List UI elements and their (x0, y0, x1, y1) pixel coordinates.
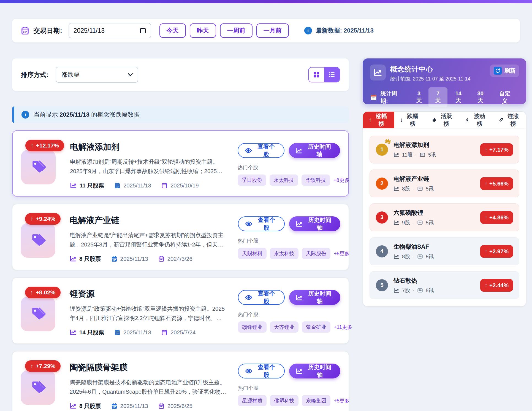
change-badge: ↑ +8.02% (25, 287, 61, 298)
chart-line-icon (393, 152, 399, 158)
info-icon: i (21, 111, 29, 119)
concept-title: 陶瓷隔膜骨架膜 (70, 362, 231, 373)
tab-volatility[interactable]: 波动榜 (459, 112, 492, 128)
rank-number: 3 (380, 214, 383, 221)
stats-center-range: 统计范围: 2025-11-07 至 2025-11-14 (390, 76, 470, 82)
more-stocks-link[interactable]: +5更多 (334, 250, 350, 257)
period-30d-button[interactable]: 30天 (469, 87, 492, 107)
view-stocks-button[interactable]: 查看个股 (238, 216, 285, 231)
concept-description: 电解液产业链是“产能出清尾声+需求复苏初期”的拐点型投资主题。2025年3月，新… (70, 230, 231, 249)
refresh-button[interactable]: 刷新 (490, 65, 519, 77)
list-view-button[interactable] (324, 68, 340, 82)
more-stocks-link[interactable]: +8更多 (333, 177, 349, 184)
sort-label: 排序方式: (21, 71, 48, 79)
view-stocks-button[interactable]: 查看个股 (238, 364, 285, 378)
view-stocks-label: 查看个股 (255, 216, 278, 232)
more-stocks-link[interactable]: +11更多 (334, 324, 352, 331)
tags-icon (30, 232, 46, 249)
quick-date-week-ago-button[interactable]: 一周前 (220, 23, 253, 38)
meta-separator: · (413, 186, 414, 192)
stock-chip[interactable]: 星源材质 (238, 395, 267, 406)
news-icon (417, 220, 423, 225)
rank-badge: 1 (376, 144, 388, 156)
period-14d-button[interactable]: 14天 (447, 87, 469, 107)
concept-title: 电解液产业链 (70, 215, 231, 226)
stock-chip[interactable]: 永太科技 (270, 248, 298, 259)
stock-chip[interactable]: 华软科技 (302, 174, 330, 186)
period-3d-button[interactable]: 3天 (409, 87, 428, 107)
chart-line-icon (70, 255, 77, 262)
view-stocks-label: 查看个股 (255, 290, 278, 305)
history-timeline-label: 历史时间轴 (306, 363, 334, 379)
concept-card-body: 锂资源 锂资源是“政策驱动+供给收缩”双重逻辑共振的投资主题。2025年4月，四… (70, 286, 231, 336)
concept-card: ↑ +9.24% 电解液产业链 电解液产业链是“产能出清尾声+需求复苏初期”的拐… (12, 204, 349, 270)
history-timeline-button[interactable]: 历史时间轴 (289, 143, 340, 158)
updated-date: 2025/11/13 (111, 256, 148, 262)
period-custom-button[interactable]: 自定义 (492, 87, 518, 107)
rank-badge: 5 (376, 279, 388, 291)
date-input-wrap[interactable] (69, 23, 151, 38)
rank-badge: 2 (376, 178, 388, 190)
stock-chip[interactable]: 天赐材料 (238, 248, 267, 259)
up-arrow-icon: ↑ (485, 180, 487, 187)
chart-line-icon (70, 402, 77, 409)
tab-losers[interactable]: ↓ 跌幅榜 (394, 112, 426, 128)
view-stocks-button[interactable]: 查看个股 (238, 290, 285, 305)
stock-chip[interactable]: 天齐锂业 (270, 321, 298, 333)
tab-streak[interactable]: 连涨榜 (492, 112, 526, 128)
ranking-item[interactable]: 3 六氟磷酸锂 9股 · 5讯 (370, 203, 519, 231)
stock-count-text: 8 只股票 (79, 402, 101, 410)
trade-date-input[interactable] (74, 27, 126, 34)
change-value: +7.29% (36, 363, 56, 369)
rank-stock-count: 8股 (402, 253, 410, 260)
stock-chip[interactable]: 紫金矿业 (302, 321, 330, 333)
ranking-item[interactable]: 2 电解液产业链 8股 · 5讯 (370, 170, 519, 197)
updated-date-text: 2025/11/13 (120, 256, 148, 262)
tab-gainers[interactable]: ↑ 涨幅榜 (363, 112, 394, 128)
tab-active[interactable]: 活跃榜 (426, 112, 459, 128)
more-stocks-link[interactable]: +5更多 (334, 397, 350, 404)
rank-badge: 3 (376, 211, 388, 224)
date-picker-icon[interactable] (140, 27, 146, 34)
history-timeline-label: 历史时间轴 (305, 143, 333, 158)
grid-icon (313, 71, 320, 78)
hot-stock-chips: 赣锋锂业 天齐锂业 紫金矿业 +11更多 (238, 321, 340, 333)
concept-thumbnail (21, 223, 55, 258)
up-arrow-icon: ↑ (30, 363, 33, 369)
rank-change-badge: ↑ +2.44% (480, 279, 513, 292)
history-timeline-button[interactable]: 历史时间轴 (289, 216, 340, 231)
ranking-item[interactable]: 5 钻石散热 7股 · 5讯 (370, 271, 519, 299)
quick-date-today-button[interactable]: 今天 (159, 23, 186, 38)
period-7d-button[interactable]: 7天 (428, 87, 447, 107)
stock-chip[interactable]: 东峰集团 (302, 395, 330, 406)
ranking-item[interactable]: 1 电解液添加剂 11股 · 5讯 (370, 136, 519, 163)
stock-chip[interactable]: 佛塑科技 (270, 395, 298, 406)
ranking-item[interactable]: 4 生物柴油SAF 8股 · 5讯 (370, 237, 519, 265)
hot-stocks-label: 热门个股 (238, 237, 340, 244)
chart-line-icon (393, 254, 399, 259)
tags-icon (30, 159, 47, 175)
up-arrow-icon: ↑ (485, 146, 487, 153)
quick-date-month-ago-button[interactable]: 一月前 (256, 23, 289, 38)
history-timeline-label: 历史时间轴 (306, 290, 334, 305)
stock-chip[interactable]: 天际股份 (302, 248, 330, 259)
sort-toolbar: 排序方式: 涨跌幅 (12, 58, 349, 91)
rank-news-count: 5讯 (426, 287, 434, 294)
stock-chip[interactable]: 永太科技 (270, 174, 298, 186)
grid-view-button[interactable] (309, 68, 324, 82)
sort-select[interactable]: 涨跌幅 (56, 67, 138, 83)
stock-chip[interactable]: 赣锋锂业 (238, 321, 267, 333)
concept-card-side: 查看个股 历史时间轴 热门个股 天赐材料 永太科技 天际股份 +5更多 (238, 212, 340, 262)
view-stocks-button[interactable]: 查看个股 (238, 143, 284, 158)
refresh-label: 刷新 (504, 67, 515, 74)
top-accent-bar (0, 0, 532, 3)
updated-date: 2025/11/13 (114, 329, 151, 336)
chart-line-icon (295, 147, 302, 154)
stock-chip[interactable]: 孚日股份 (238, 174, 266, 186)
up-arrow-icon: ↑ (485, 214, 487, 221)
hot-stocks-label: 热门个股 (238, 311, 340, 318)
history-timeline-button[interactable]: 历史时间轴 (289, 364, 340, 378)
history-timeline-button[interactable]: 历史时间轴 (289, 290, 340, 305)
crown-icon (384, 137, 392, 144)
quick-date-yesterday-button[interactable]: 昨天 (190, 23, 216, 38)
